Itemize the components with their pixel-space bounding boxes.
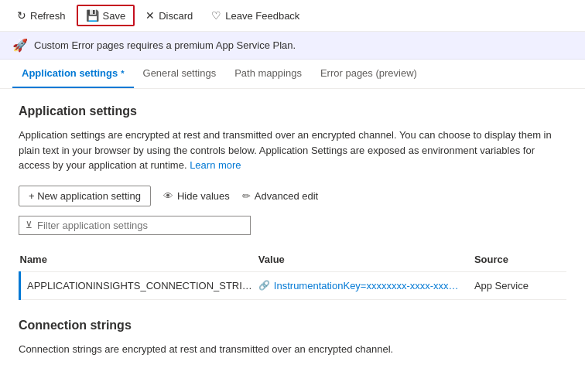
- edit-icon: ✏: [242, 190, 251, 202]
- connection-strings-title: Connection strings: [19, 319, 566, 332]
- filter-icon: ⊻: [26, 220, 32, 230]
- connection-strings-section: Connection strings Connection strings ar…: [19, 319, 566, 357]
- banner-text: Custom Error pages requires a premium Ap…: [34, 39, 296, 51]
- hide-values-button[interactable]: 👁 Hide values: [163, 186, 230, 206]
- cell-name: APPLICATIONINSIGHTS_CONNECTION_STRI…: [20, 271, 258, 299]
- cell-value: 🔗 InstrumentationKey=xxxxxxxx-xxxx-xxx…: [258, 271, 474, 299]
- new-application-setting-button[interactable]: + New application setting: [19, 186, 151, 206]
- rocket-icon: 🚀: [12, 38, 28, 53]
- main-content: Application settings Application setting…: [0, 89, 585, 372]
- toolbar: ↻ Refresh 💾 Save ✕ Discard ♡ Leave Feedb…: [0, 0, 585, 32]
- description-text: Application settings are encrypted at re…: [19, 128, 560, 173]
- banner: 🚀 Custom Error pages requires a premium …: [0, 32, 585, 60]
- tab-application-settings[interactable]: Application settings *: [12, 60, 134, 88]
- filter-input[interactable]: [37, 220, 244, 231]
- feedback-icon: ♡: [211, 9, 221, 22]
- refresh-button[interactable]: ↻ Refresh: [9, 6, 74, 25]
- tab-asterisk: *: [121, 69, 124, 78]
- table-header-row: Name Value Source: [20, 247, 567, 272]
- col-header-name: Name: [20, 247, 258, 272]
- advanced-edit-button[interactable]: ✏ Advanced edit: [242, 186, 318, 206]
- settings-table: Name Value Source APPLICATIONINSIGHTS_CO…: [19, 247, 566, 300]
- cell-source: App Service: [474, 271, 566, 299]
- leave-feedback-button[interactable]: ♡ Leave Feedback: [204, 6, 307, 25]
- col-header-source: Source: [474, 247, 566, 272]
- connection-strings-description: Connection strings are encrypted at rest…: [19, 342, 566, 357]
- tab-general-settings[interactable]: General settings: [134, 60, 226, 88]
- discard-icon: ✕: [145, 9, 155, 22]
- eye-icon: 👁: [163, 190, 173, 202]
- col-header-value: Value: [258, 247, 474, 272]
- learn-more-link[interactable]: Learn more: [190, 159, 241, 171]
- refresh-icon: ↻: [17, 9, 26, 22]
- section-title: Application settings: [19, 104, 566, 118]
- filter-input-wrapper: ⊻: [19, 216, 251, 235]
- filter-row: ⊻: [19, 216, 566, 235]
- tab-error-pages[interactable]: Error pages (preview): [311, 60, 426, 88]
- tab-path-mappings[interactable]: Path mappings: [225, 60, 311, 88]
- table-row[interactable]: APPLICATIONINSIGHTS_CONNECTION_STRI… 🔗 I…: [20, 271, 567, 299]
- save-icon: 💾: [86, 9, 99, 22]
- action-row: + New application setting 👁 Hide values …: [19, 186, 566, 206]
- link-icon: 🔗: [258, 280, 270, 291]
- tabs-bar: Application settings * General settings …: [0, 60, 585, 89]
- discard-button[interactable]: ✕ Discard: [138, 6, 200, 25]
- save-button[interactable]: 💾 Save: [77, 5, 135, 26]
